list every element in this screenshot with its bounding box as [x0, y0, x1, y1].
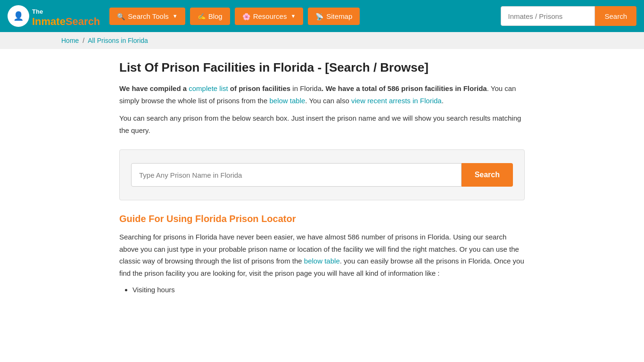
navbar: The InmateSearch Search Tools ▼ Blog Res… — [0, 0, 644, 32]
breadcrumb-current: All Prisons in Florida — [88, 37, 148, 44]
info-list: Visiting hours — [132, 286, 525, 294]
prison-search-btn-label: Search — [475, 171, 500, 179]
logo-icon — [8, 5, 29, 27]
site-logo[interactable]: The InmateSearch — [8, 5, 100, 27]
prison-search-input[interactable] — [131, 163, 462, 187]
recent-arrests-link[interactable]: view recent arrests in Florida — [351, 97, 442, 105]
nav-search-area: Search — [501, 6, 636, 26]
intro-part3: in Florida — [290, 84, 322, 92]
intro-part6: . You can also — [305, 97, 351, 105]
intro-paragraph: We have compiled a complete list of pris… — [119, 82, 525, 107]
search-tools-icon — [117, 12, 125, 20]
resources-icon — [242, 12, 250, 20]
logo-inmate: Inmate — [32, 16, 66, 27]
resources-label: Resources — [253, 12, 287, 20]
logo-text: The InmateSearch — [32, 5, 100, 27]
nav-search-input[interactable] — [501, 6, 595, 26]
list-item: Visiting hours — [132, 286, 525, 294]
search-tools-arrow-icon: ▼ — [173, 13, 178, 19]
search-tools-button[interactable]: Search Tools ▼ — [109, 8, 185, 25]
blog-label: Blog — [208, 12, 223, 20]
logo-the: The — [32, 8, 43, 15]
below-table-link-1[interactable]: below table — [269, 97, 305, 105]
guide-paragraph: Searching for prisons in Florida have ne… — [119, 231, 525, 279]
sitemap-label: Sitemap — [326, 12, 352, 20]
intro-strong-part1: We have compiled a — [119, 84, 189, 92]
intro-strong-part2: of prison facilities — [228, 84, 291, 92]
intro-part7: . — [442, 97, 444, 105]
search-tools-label: Search Tools — [128, 12, 168, 20]
sitemap-button[interactable]: Sitemap — [308, 8, 360, 25]
prison-search-box: Search — [119, 149, 525, 200]
nav-search-button[interactable]: Search — [595, 6, 636, 26]
resources-arrow-icon: ▼ — [290, 13, 296, 19]
logo-search: Search — [66, 16, 100, 27]
desc-paragraph: You can search any prison from the below… — [119, 112, 525, 136]
main-content: List Of Prison Facilities in Florida - [… — [110, 49, 534, 314]
blog-button[interactable]: Blog — [190, 8, 230, 25]
breadcrumb: Home / All Prisons in Florida — [0, 32, 644, 49]
person-icon — [13, 11, 24, 21]
below-table-link-2[interactable]: below table — [304, 257, 340, 265]
breadcrumb-separator: / — [83, 37, 84, 44]
guide-title: Guide For Using Florida Prison Locator — [119, 214, 525, 224]
page-title: List Of Prison Facilities in Florida - [… — [119, 60, 525, 75]
complete-list-link[interactable]: complete list — [189, 84, 228, 92]
sitemap-icon — [315, 12, 323, 20]
prison-search-button[interactable]: Search — [462, 163, 513, 187]
resources-button[interactable]: Resources ▼ — [235, 8, 304, 25]
nav-search-btn-label: Search — [604, 12, 627, 20]
blog-icon — [198, 12, 206, 20]
breadcrumb-home-link[interactable]: Home — [61, 37, 79, 44]
intro-strong-part4: . We have a total of 586 prison faciliti… — [322, 84, 487, 92]
